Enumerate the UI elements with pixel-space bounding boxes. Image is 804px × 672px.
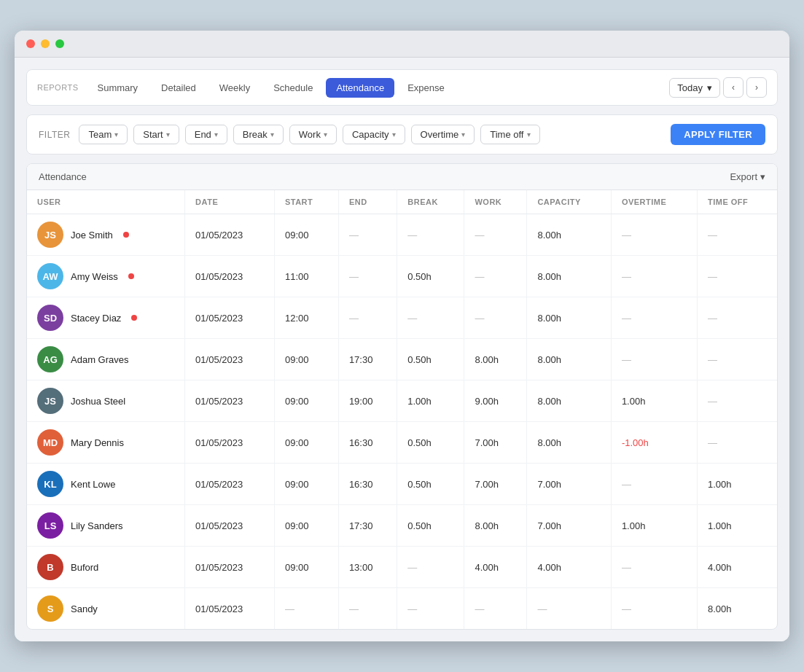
cell-date: 01/05/2023 bbox=[185, 339, 275, 380]
table-row: KLKent Lowe01/05/202309:0016:300.50h7.00… bbox=[27, 464, 777, 505]
tab-attendance[interactable]: Attendance bbox=[326, 78, 394, 98]
cell-start: 11:00 bbox=[274, 256, 338, 297]
cell-work: — bbox=[464, 214, 527, 256]
cell-overtime: — bbox=[611, 588, 697, 630]
filter-break-button[interactable]: Break▾ bbox=[233, 125, 284, 144]
tab-summary[interactable]: Summary bbox=[87, 78, 148, 98]
cell-overtime: 1.00h bbox=[611, 380, 697, 422]
filter-work-button[interactable]: Work▾ bbox=[289, 125, 337, 144]
col-header-work: WORK bbox=[464, 190, 527, 214]
cell-break: — bbox=[397, 588, 464, 630]
chevron-down-icon: ▾ bbox=[166, 130, 170, 138]
cell-work: 7.00h bbox=[464, 422, 527, 464]
cell-work: — bbox=[464, 256, 527, 297]
next-arrow[interactable]: › bbox=[746, 77, 767, 98]
minimize-button[interactable] bbox=[41, 39, 50, 48]
user-name: Joshua Steel bbox=[71, 396, 125, 407]
cell-capacity: 4.00h bbox=[527, 547, 611, 588]
cell-break: — bbox=[397, 297, 464, 339]
user-name: Amy Weiss bbox=[71, 271, 118, 282]
close-button[interactable] bbox=[26, 39, 35, 48]
cell-start: 09:00 bbox=[274, 214, 338, 256]
user-cell-mary-dennis: MDMary Dennis bbox=[27, 422, 185, 464]
col-header-break: BREAK bbox=[397, 190, 464, 214]
cell-break: — bbox=[397, 547, 464, 588]
filter-overtime-button[interactable]: Overtime▾ bbox=[411, 125, 475, 144]
attendance-table-container: Attendance Export ▾ USERDATESTARTENDBREA… bbox=[26, 163, 778, 630]
avatar: KL bbox=[37, 471, 63, 497]
user-name: Sandy bbox=[71, 603, 98, 614]
avatar: JS bbox=[37, 388, 63, 414]
tab-detailed[interactable]: Detailed bbox=[151, 78, 206, 98]
cell-time-off: — bbox=[697, 256, 777, 297]
col-header-capacity: CAPACITY bbox=[527, 190, 611, 214]
avatar: JS bbox=[37, 222, 63, 248]
chevron-down-icon: ▾ bbox=[707, 82, 712, 93]
today-select[interactable]: Today ▾ bbox=[669, 78, 720, 98]
cell-overtime: 1.00h bbox=[611, 505, 697, 547]
avatar: LS bbox=[37, 512, 63, 539]
cell-time-off: 1.00h bbox=[697, 505, 777, 547]
cell-end: — bbox=[338, 588, 397, 630]
col-header-end: END bbox=[338, 190, 397, 214]
table-row: SDStacey Diaz01/05/202312:00———8.00h—— bbox=[27, 297, 777, 339]
user-name: Kent Lowe bbox=[71, 479, 115, 490]
filter-bar: FILTER Team▾Start▾End▾Break▾Work▾Capacit… bbox=[26, 114, 778, 155]
col-header-date: DATE bbox=[185, 190, 275, 214]
cell-overtime: -1.00h bbox=[611, 422, 697, 464]
cell-overtime: — bbox=[611, 339, 697, 380]
filter-time_off-button[interactable]: Time off▾ bbox=[480, 125, 539, 144]
cell-capacity: 8.00h bbox=[527, 422, 611, 464]
cell-start: 12:00 bbox=[274, 297, 338, 339]
user-cell-kent-lowe: KLKent Lowe bbox=[27, 464, 185, 505]
filter-team-button[interactable]: Team▾ bbox=[79, 125, 128, 144]
maximize-button[interactable] bbox=[55, 39, 64, 48]
filter-start-button[interactable]: Start▾ bbox=[133, 125, 179, 144]
prev-arrow[interactable]: ‹ bbox=[723, 77, 743, 98]
cell-time-off: 4.00h bbox=[697, 547, 777, 588]
cell-capacity: 8.00h bbox=[527, 339, 611, 380]
avatar: AW bbox=[37, 263, 63, 289]
table-row: LSLily Sanders01/05/202309:0017:300.50h8… bbox=[27, 505, 777, 547]
window-titlebar bbox=[15, 31, 789, 58]
tab-schedule[interactable]: Schedule bbox=[263, 78, 323, 98]
filter-label: FILTER bbox=[39, 130, 70, 140]
user-cell-joshua-steel: JSJoshua Steel bbox=[27, 380, 185, 422]
table-row: AGAdam Graves01/05/202309:0017:300.50h8.… bbox=[27, 339, 777, 380]
tab-expense[interactable]: Expense bbox=[397, 78, 455, 98]
cell-break: 0.50h bbox=[397, 256, 464, 297]
avatar: AG bbox=[37, 346, 63, 372]
cell-work: — bbox=[464, 297, 527, 339]
user-name: Joe Smith bbox=[71, 230, 113, 241]
nav-tabs: REPORTS SummaryDetailedWeeklyScheduleAtt… bbox=[37, 78, 455, 98]
cell-time-off: — bbox=[697, 422, 777, 464]
cell-time-off: — bbox=[697, 339, 777, 380]
attendance-label: Attendance bbox=[39, 171, 87, 182]
cell-overtime: — bbox=[611, 547, 697, 588]
chevron-down-icon: ▾ bbox=[270, 130, 274, 138]
export-button[interactable]: Export ▾ bbox=[730, 171, 765, 182]
cell-work: 8.00h bbox=[464, 339, 527, 380]
col-header-time-off: TIME OFF bbox=[697, 190, 777, 214]
cell-end: 13:00 bbox=[338, 547, 397, 588]
cell-capacity: 8.00h bbox=[527, 297, 611, 339]
cell-work: 8.00h bbox=[464, 505, 527, 547]
apply-filter-button[interactable]: APPLY FILTER bbox=[671, 124, 765, 145]
user-cell-amy-weiss: AWAmy Weiss bbox=[27, 256, 185, 297]
cell-capacity: 8.00h bbox=[527, 214, 611, 256]
chevron-down-icon: ▾ bbox=[324, 130, 327, 138]
cell-start: 09:00 bbox=[274, 547, 338, 588]
cell-start: 09:00 bbox=[274, 380, 338, 422]
user-cell-lily-sanders: LSLily Sanders bbox=[27, 505, 185, 547]
filter-end-button[interactable]: End▾ bbox=[185, 125, 227, 144]
filter-capacity-button[interactable]: Capacity▾ bbox=[343, 125, 405, 144]
table-row: AWAmy Weiss01/05/202311:00—0.50h—8.00h—— bbox=[27, 256, 777, 297]
tab-weekly[interactable]: Weekly bbox=[209, 78, 260, 98]
user-name: Stacey Diaz bbox=[71, 313, 121, 324]
user-cell-buford: BBuford bbox=[27, 547, 185, 588]
cell-time-off: 1.00h bbox=[697, 464, 777, 505]
cell-end: 16:30 bbox=[338, 464, 397, 505]
cell-overtime: — bbox=[611, 464, 697, 505]
cell-time-off: — bbox=[697, 297, 777, 339]
nav-right: Today ▾ ‹ › bbox=[669, 77, 767, 98]
